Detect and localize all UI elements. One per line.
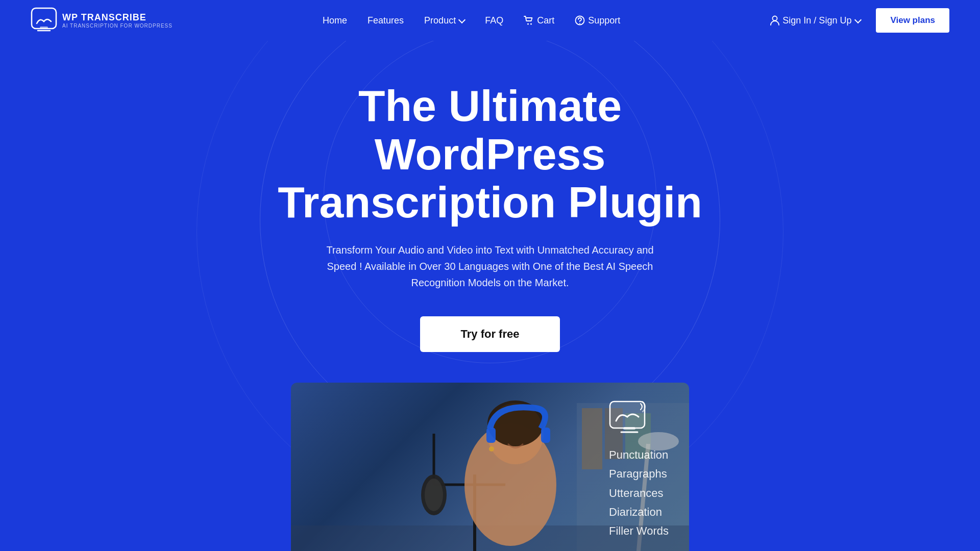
svg-point-25	[489, 446, 494, 452]
brand-name: WP TRANSCRIBE	[62, 12, 173, 23]
hero-subtitle: Transform Your Audio and Video into Text…	[311, 242, 669, 291]
svg-point-6	[773, 16, 777, 21]
feature-punctuation: Punctuation	[609, 445, 669, 464]
logo-text: WP TRANSCRIBE AI TRANSCRIPTION FOR WORDP…	[62, 12, 173, 29]
nav-product[interactable]: Product	[424, 15, 464, 26]
podcast-image: Punctuation Paragraphs Utterances Diariz…	[291, 383, 689, 551]
svg-rect-27	[623, 427, 635, 430]
svg-rect-23	[486, 428, 496, 443]
svg-rect-9	[582, 408, 602, 469]
feature-diarization: Diarization	[609, 503, 669, 521]
nav-home[interactable]: Home	[323, 15, 347, 26]
nav-features[interactable]: Features	[368, 15, 404, 26]
logo-icon	[31, 7, 57, 34]
person-icon	[770, 15, 779, 26]
try-free-button[interactable]: Try for free	[420, 316, 560, 352]
svg-point-3	[530, 23, 532, 25]
svg-rect-1	[40, 27, 48, 29]
svg-point-19	[425, 479, 443, 511]
cart-icon	[524, 16, 534, 25]
nav-cart[interactable]: Cart	[524, 15, 554, 26]
nav-faq[interactable]: FAQ	[485, 15, 503, 26]
nav-signin[interactable]: Sign In / Sign Up	[770, 15, 861, 26]
brand-tagline: AI TRANSCRIPTION FOR WORDPRESS	[62, 23, 173, 29]
feature-utterances: Utterances	[609, 484, 669, 503]
nav-links: Home Features Product FAQ Cart Support	[323, 15, 620, 26]
chevron-down-icon	[458, 16, 465, 23]
svg-point-2	[527, 23, 529, 25]
svg-rect-26	[610, 402, 645, 428]
logo[interactable]: WP TRANSCRIBE AI TRANSCRIPTION FOR WORDP…	[31, 7, 173, 34]
nav-support[interactable]: Support	[575, 15, 620, 26]
view-plans-button[interactable]: View plans	[876, 8, 949, 33]
image-overlay-card: Punctuation Paragraphs Utterances Diariz…	[609, 397, 669, 541]
svg-rect-0	[32, 8, 56, 29]
overlay-features-list: Punctuation Paragraphs Utterances Diariz…	[609, 445, 669, 541]
navbar: WP TRANSCRIBE AI TRANSCRIPTION FOR WORDP…	[0, 0, 980, 41]
support-icon	[575, 15, 585, 26]
hero-section: The Ultimate WordPress Transcription Plu…	[0, 41, 980, 551]
nav-right: Sign In / Sign Up View plans	[770, 8, 949, 33]
feature-filler-words: Filler Words	[609, 521, 669, 540]
overlay-logo-icon	[609, 397, 650, 438]
svg-rect-24	[541, 428, 550, 443]
hero-image-container: Punctuation Paragraphs Utterances Diariz…	[291, 383, 689, 551]
svg-point-5	[579, 23, 580, 24]
signin-chevron-icon	[854, 16, 862, 23]
feature-paragraphs: Paragraphs	[609, 464, 669, 483]
hero-title: The Ultimate WordPress Transcription Plu…	[260, 82, 720, 227]
